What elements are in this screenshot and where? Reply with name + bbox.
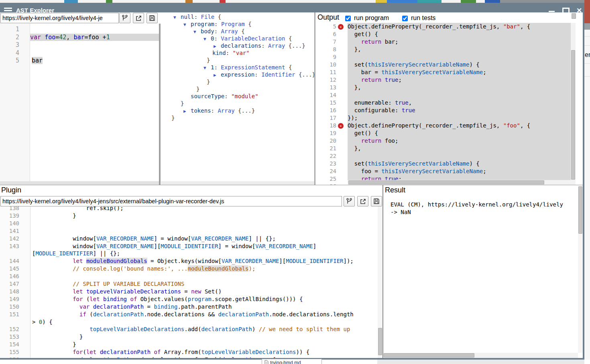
- code-token: thisIsVererySecretVariableName: [368, 61, 470, 68]
- code-token: configurable:: [348, 107, 402, 113]
- source-code-area[interactable]: var foo=42, bar=foo +1bar: [32, 24, 159, 181]
- code-token: ] || {};: [93, 250, 120, 257]
- output-vscrollbar-track[interactable]: [571, 23, 576, 185]
- window-titlebar[interactable]: AST Explorer ✕: [0, 3, 584, 12]
- open-external-button[interactable]: [133, 13, 144, 23]
- ast-hscrollbar-track[interactable]: [161, 181, 314, 185]
- code-line: set(thisIsVererySecretVariableName) {: [348, 61, 480, 68]
- pane-divider: [382, 185, 383, 358]
- code-token: foo =: [348, 168, 381, 174]
- expand-arrow-icon[interactable]: ▶: [214, 73, 221, 78]
- save-button[interactable]: [146, 13, 158, 23]
- code-token: [100, 296, 103, 302]
- code-token: [90, 303, 93, 310]
- wallpaper-fragment: [584, 0, 590, 23]
- code-token: binding: [103, 296, 127, 302]
- code-line: bar = thisIsVererySecretVariableName;: [348, 69, 486, 75]
- code-token: ] = window[: [218, 243, 256, 249]
- code-token: topLevelVariableDeclarations: [90, 326, 184, 332]
- output-vscrollbar-thumb[interactable]: [571, 50, 575, 180]
- code-token: :: [261, 42, 268, 49]
- code-token: [381, 77, 385, 83]
- code-token: foo;: [381, 138, 398, 144]
- result-hscrollbar-track[interactable]: [384, 353, 578, 358]
- background-window-text: er: [585, 51, 590, 59]
- code-token: let: [73, 258, 83, 264]
- code-token: :: [211, 107, 218, 114]
- line-number: 140: [0, 220, 19, 226]
- code-token: ]: [313, 243, 316, 249]
- code-token: "foo": [503, 122, 520, 129]
- minimize-button[interactable]: [547, 7, 556, 14]
- version-graph-button[interactable]: [119, 13, 130, 23]
- code-token: var: [30, 34, 41, 41]
- result-output[interactable]: EVAL (CM), https://lively-kernel.org/liv…: [391, 200, 576, 349]
- code-token: MODULE_IDENTIFIER: [35, 250, 93, 257]
- expand-arrow-icon[interactable]: ▶: [183, 109, 191, 114]
- collapse-arrow-icon[interactable]: ▼: [203, 65, 211, 71]
- plugin-url-input[interactable]: [0, 196, 342, 206]
- collapse-arrow-icon[interactable]: ▼: [183, 22, 191, 27]
- code-token: topLevelVariableDeclarations: [86, 288, 181, 295]
- code-token: ) {: [42, 319, 52, 325]
- code-token: ][: [279, 258, 286, 264]
- code-token: enumerable:: [348, 99, 395, 106]
- plugin-vscrollbar-thumb[interactable]: [378, 328, 382, 355]
- line-number: 142: [0, 235, 19, 242]
- plugin-code-area[interactable]: ref.skip(); } window[VAR_RECORDER_NAME] …: [32, 206, 378, 358]
- line-number: 16: [315, 107, 336, 113]
- code-line: }: [161, 100, 184, 107]
- ast-tree-pane[interactable]: ▼null: File {▼program: Program {▼body: A…: [161, 12, 314, 185]
- line-number: 6: [315, 31, 336, 37]
- line-number: 14: [315, 92, 336, 98]
- code-line: return true;: [348, 176, 402, 180]
- code-token: ;: [398, 176, 401, 180]
- line-number: 144: [0, 258, 19, 264]
- scroll-corner: [572, 13, 576, 19]
- open-external-icon: [135, 15, 142, 22]
- result-vscrollbar-thumb[interactable]: [578, 186, 582, 234]
- output-pane-title: Output: [317, 13, 339, 22]
- pane-divider[interactable]: [159, 24, 161, 185]
- wallpaper-fragment: [461, 0, 476, 3]
- result-vscrollbar-track[interactable]: [578, 186, 583, 353]
- code-line: ▶declarations: Array {...}: [161, 42, 305, 49]
- code-line: Object.defineProperty(_recorder_.tempfil…: [348, 23, 530, 30]
- maximize-button[interactable]: [561, 7, 570, 14]
- line-number: 20: [315, 138, 336, 144]
- code-token: null: [181, 14, 194, 20]
- close-button[interactable]: ✕: [575, 7, 584, 14]
- output-hscrollbar-thumb[interactable]: [348, 180, 544, 184]
- plugin-save-button[interactable]: [371, 196, 382, 206]
- line-number: 152: [0, 326, 19, 332]
- code-token: MODULE_IDENTIFIER: [161, 243, 218, 249]
- code-token: });: [348, 115, 358, 121]
- run-tests-checkbox[interactable]: [402, 16, 408, 21]
- code-line: var foo=42, bar=foo +1: [30, 34, 159, 41]
- error-icon[interactable]: ✕: [338, 123, 344, 129]
- background-window-titlebar: [584, 23, 590, 30]
- plugin-open-external-button[interactable]: [357, 196, 368, 206]
- code-token: window[: [32, 235, 96, 242]
- output-hscrollbar-track[interactable]: [348, 180, 571, 185]
- plugin-version-graph-button[interactable]: [344, 196, 355, 206]
- source-hscrollbar-track[interactable]: [0, 181, 159, 185]
- collapse-arrow-icon[interactable]: ▼: [203, 36, 211, 42]
- error-icon[interactable]: ✕: [338, 24, 344, 30]
- collapse-arrow-icon[interactable]: ▼: [173, 15, 181, 20]
- collapse-arrow-icon[interactable]: ▼: [193, 29, 201, 34]
- result-hscrollbar-thumb[interactable]: [384, 353, 474, 358]
- code-line: return bar;: [348, 38, 398, 45]
- expand-arrow-icon[interactable]: ▶: [214, 44, 221, 49]
- code-line: if (declarationPath.node.declarations &&…: [32, 311, 354, 317]
- run-program-checkbox[interactable]: [345, 16, 351, 21]
- plugin-editor[interactable]: ref.skip(); } window[VAR_RECORDER_NAME] …: [0, 206, 378, 358]
- source-editor[interactable]: 12345 var foo=42, bar=foo +1bar: [0, 24, 159, 181]
- code-token: VAR_RECORDER_NAME: [191, 235, 248, 242]
- code-token: :: [214, 64, 221, 71]
- source-url-input[interactable]: [0, 13, 119, 23]
- plugin-vscrollbar-track[interactable]: [378, 206, 382, 358]
- output-code-area[interactable]: Object.defineProperty(_recorder_.tempfil…: [348, 23, 571, 180]
- code-token: [348, 38, 361, 45]
- code-token: =: [84, 34, 88, 41]
